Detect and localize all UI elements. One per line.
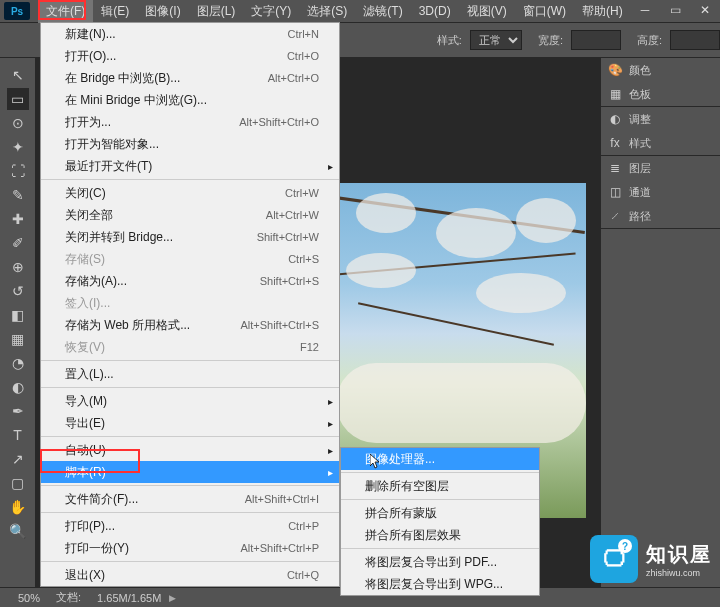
file-menu-item[interactable]: 自动(U) — [41, 439, 339, 461]
script-submenu-item[interactable]: 将图层复合导出到 PDF... — [341, 551, 539, 573]
adjust-icon: ◐ — [607, 111, 623, 127]
stamp-tool[interactable]: ⊕ — [7, 256, 29, 278]
file-menu-item[interactable]: 关闭全部Alt+Ctrl+W — [41, 204, 339, 226]
file-menu-item[interactable]: 在 Mini Bridge 中浏览(G)... — [41, 89, 339, 111]
width-label: 宽度: — [538, 33, 563, 48]
panel-adjustments[interactable]: ◐调整 — [601, 107, 720, 131]
panel-layers[interactable]: ≣图层 — [601, 156, 720, 180]
file-menu-item[interactable]: 签入(I)... — [41, 292, 339, 314]
crop-tool[interactable]: ⛶ — [7, 160, 29, 182]
file-menu-item[interactable]: 存储为(A)...Shift+Ctrl+S — [41, 270, 339, 292]
file-menu-item[interactable]: 文件简介(F)...Alt+Shift+Ctrl+I — [41, 488, 339, 510]
paths-icon: ⟋ — [607, 208, 623, 224]
panel-color[interactable]: 🎨颜色 — [601, 58, 720, 82]
file-menu-item[interactable]: 脚本(R) — [41, 461, 339, 483]
pen-tool[interactable]: ✒ — [7, 400, 29, 422]
style-select[interactable]: 正常 — [470, 30, 522, 50]
file-menu-item[interactable]: 打开为智能对象... — [41, 133, 339, 155]
file-menu-item[interactable]: 打开(O)...Ctrl+O — [41, 45, 339, 67]
height-label: 高度: — [637, 33, 662, 48]
doc-info-arrow-icon[interactable]: ▶ — [169, 593, 176, 603]
move-tool[interactable]: ↖ — [7, 64, 29, 86]
file-menu-item[interactable]: 打印一份(Y)Alt+Shift+Ctrl+P — [41, 537, 339, 559]
script-submenu: 图像处理器...删除所有空图层拼合所有蒙版拼合所有图层效果将图层复合导出到 PD… — [340, 447, 540, 596]
channels-icon: ◫ — [607, 184, 623, 200]
watermark-title: 知识屋 — [646, 541, 712, 568]
type-tool[interactable]: T — [7, 424, 29, 446]
color-icon: 🎨 — [607, 62, 623, 78]
style-label: 样式: — [437, 33, 462, 48]
hand-tool[interactable]: ✋ — [7, 496, 29, 518]
file-menu-item[interactable]: 退出(X)Ctrl+Q — [41, 564, 339, 586]
menu-filter[interactable]: 滤镜(T) — [355, 0, 410, 23]
menu-help[interactable]: 帮助(H) — [574, 0, 631, 23]
dodge-tool[interactable]: ◐ — [7, 376, 29, 398]
maximize-button[interactable]: ▭ — [660, 0, 690, 20]
script-submenu-item[interactable]: 将图层复合导出到 WPG... — [341, 573, 539, 595]
app-logo: Ps — [4, 2, 30, 20]
file-menu-item[interactable]: 导入(M) — [41, 390, 339, 412]
script-submenu-item[interactable]: 删除所有空图层 — [341, 475, 539, 497]
panel-channels[interactable]: ◫通道 — [601, 180, 720, 204]
path-select-tool[interactable]: ↗ — [7, 448, 29, 470]
menu-image[interactable]: 图像(I) — [137, 0, 188, 23]
menu-view[interactable]: 视图(V) — [459, 0, 515, 23]
file-menu-item[interactable]: 关闭(C)Ctrl+W — [41, 182, 339, 204]
watermark-badge: 🖵 知识屋 zhishiwu.com — [590, 535, 712, 583]
gradient-tool[interactable]: ▦ — [7, 328, 29, 350]
file-menu-item[interactable]: 新建(N)...Ctrl+N — [41, 23, 339, 45]
panel-styles[interactable]: fx样式 — [601, 131, 720, 155]
file-menu-item[interactable]: 存储(S)Ctrl+S — [41, 248, 339, 270]
doc-info-value[interactable]: 1.65M/1.65M — [89, 592, 169, 604]
width-input[interactable] — [571, 30, 621, 50]
tool-palette: ↖ ▭ ⊙ ✦ ⛶ ✎ ✚ ✐ ⊕ ↺ ◧ ▦ ◔ ◐ ✒ T ↗ ▢ ✋ 🔍 — [0, 58, 36, 587]
blur-tool[interactable]: ◔ — [7, 352, 29, 374]
menu-window[interactable]: 窗口(W) — [515, 0, 574, 23]
file-menu-item[interactable]: 存储为 Web 所用格式...Alt+Shift+Ctrl+S — [41, 314, 339, 336]
zoom-tool[interactable]: 🔍 — [7, 520, 29, 542]
menu-select[interactable]: 选择(S) — [299, 0, 355, 23]
layers-icon: ≣ — [607, 160, 623, 176]
close-button[interactable]: ✕ — [690, 0, 720, 20]
file-menu-item[interactable]: 置入(L)... — [41, 363, 339, 385]
file-menu-dropdown: 新建(N)...Ctrl+N打开(O)...Ctrl+O在 Bridge 中浏览… — [40, 22, 340, 587]
marquee-tool[interactable]: ▭ — [7, 88, 29, 110]
heal-tool[interactable]: ✚ — [7, 208, 29, 230]
doc-info-label: 文档: — [48, 590, 89, 605]
script-submenu-item[interactable]: 拼合所有蒙版 — [341, 502, 539, 524]
history-brush-tool[interactable]: ↺ — [7, 280, 29, 302]
swatches-icon: ▦ — [607, 86, 623, 102]
shape-tool[interactable]: ▢ — [7, 472, 29, 494]
file-menu-item[interactable]: 导出(E) — [41, 412, 339, 434]
lasso-tool[interactable]: ⊙ — [7, 112, 29, 134]
wand-tool[interactable]: ✦ — [7, 136, 29, 158]
eyedropper-tool[interactable]: ✎ — [7, 184, 29, 206]
panel-swatches[interactable]: ▦色板 — [601, 82, 720, 106]
panel-paths[interactable]: ⟋路径 — [601, 204, 720, 228]
script-submenu-item[interactable]: 拼合所有图层效果 — [341, 524, 539, 546]
styles-icon: fx — [607, 135, 623, 151]
menu-type[interactable]: 文字(Y) — [243, 0, 299, 23]
script-submenu-item[interactable]: 图像处理器... — [341, 448, 539, 470]
menu-edit[interactable]: 辑(E) — [93, 0, 137, 23]
menu-3d[interactable]: 3D(D) — [411, 1, 459, 21]
watermark-url: zhishiwu.com — [646, 568, 712, 578]
file-menu-item[interactable]: 在 Bridge 中浏览(B)...Alt+Ctrl+O — [41, 67, 339, 89]
menu-layer[interactable]: 图层(L) — [189, 0, 244, 23]
file-menu-item[interactable]: 最近打开文件(T) — [41, 155, 339, 177]
brush-tool[interactable]: ✐ — [7, 232, 29, 254]
file-menu-item[interactable]: 关闭并转到 Bridge...Shift+Ctrl+W — [41, 226, 339, 248]
menu-file[interactable]: 文件(F) — [38, 0, 93, 23]
eraser-tool[interactable]: ◧ — [7, 304, 29, 326]
file-menu-item[interactable]: 打印(P)...Ctrl+P — [41, 515, 339, 537]
file-menu-item[interactable]: 打开为...Alt+Shift+Ctrl+O — [41, 111, 339, 133]
zoom-level[interactable]: 50% — [10, 592, 48, 604]
file-menu-item[interactable]: 恢复(V)F12 — [41, 336, 339, 358]
watermark-monitor-icon: 🖵 — [590, 535, 638, 583]
height-input[interactable] — [670, 30, 720, 50]
minimize-button[interactable]: ─ — [630, 0, 660, 20]
